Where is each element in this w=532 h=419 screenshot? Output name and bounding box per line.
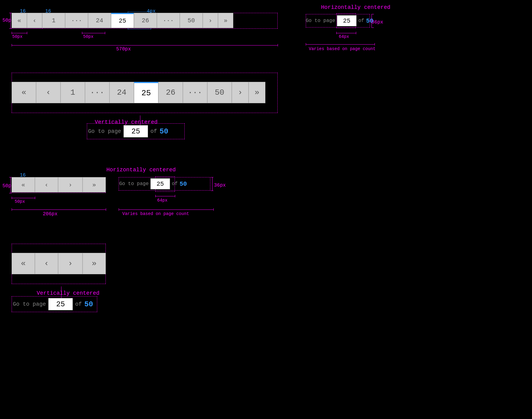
label-varies-3: Varies based on page count: [122, 211, 189, 216]
label-horizontally-centered-3: Horizontally centered: [106, 167, 176, 173]
label-varies-1: Varies based on page count: [309, 46, 375, 51]
pag-btn-next-2[interactable]: ›: [232, 82, 249, 103]
pag-btn-24-2[interactable]: 24: [109, 82, 134, 103]
pag-btn-25-2[interactable]: 25: [134, 82, 158, 103]
goto-input-3[interactable]: [150, 178, 170, 189]
label-50px-btn1: 50px: [12, 34, 23, 39]
goto-of-text-3: of: [172, 181, 178, 187]
pag-row-3: « ‹ › »: [12, 177, 106, 192]
page: Horizontally centered 50px 16 14 16 14 4…: [0, 0, 532, 419]
label-50px-btn3: 50px: [15, 199, 25, 204]
pag-btn-last-4[interactable]: »: [83, 253, 106, 274]
pag-row-1: « ‹ 1 ··· 24 25 26 ··· 50 › »: [12, 13, 233, 28]
goto-row-4: Go to page of 50: [13, 296, 93, 312]
goto-input-2[interactable]: [124, 125, 148, 137]
goto-of-num-3: 50: [179, 180, 187, 188]
label-vertically-centered-4: Vertically centered: [37, 290, 99, 296]
goto-of-text-2: of: [150, 128, 157, 134]
label-64px-1: 64px: [339, 34, 349, 39]
label-36px-3: 36px: [214, 183, 226, 188]
pag-btn-25-1[interactable]: 25: [111, 13, 134, 28]
pag-btn-ellipsis1-1: ···: [65, 13, 88, 28]
pag-btn-ellipsis2-1: ···: [157, 13, 180, 28]
label-horizontally-centered-1: Horizontally centered: [321, 4, 390, 10]
goto-label-3: Go to page: [119, 181, 149, 187]
goto-row-2: Go to page of 50: [88, 123, 168, 139]
pag-btn-first-2[interactable]: «: [12, 82, 36, 103]
pag-btn-next-1[interactable]: ›: [203, 13, 218, 28]
goto-of-text-1: of: [358, 18, 364, 24]
label-206px: 206px: [43, 211, 57, 217]
goto-input-1[interactable]: [337, 15, 357, 26]
pag-btn-next-4[interactable]: ›: [58, 253, 83, 274]
pag-btn-1-1[interactable]: 1: [42, 13, 65, 28]
goto-row-1: Go to page of 50: [306, 14, 373, 27]
label-570px: 570px: [116, 46, 131, 52]
goto-of-num-4: 50: [84, 300, 93, 308]
pag-row-4: « ‹ › »: [12, 253, 106, 274]
label-64px-3: 64px: [157, 198, 168, 203]
goto-label-2: Go to page: [88, 128, 121, 134]
pag-btn-prev-3[interactable]: ‹: [35, 177, 58, 192]
pag-btn-1-2[interactable]: 1: [61, 82, 85, 103]
pag-btn-26-2[interactable]: 26: [158, 82, 183, 103]
pag-btn-26-1[interactable]: 26: [134, 13, 157, 28]
pag-btn-prev-4[interactable]: ‹: [35, 253, 58, 274]
goto-of-num-2: 50: [160, 127, 168, 136]
goto-row-3: Go to page of 50: [119, 177, 187, 191]
pag-btn-first-3[interactable]: «: [12, 177, 35, 192]
pag-btn-last-2[interactable]: »: [249, 82, 265, 103]
pag-btn-ellipsis2-2: ···: [183, 82, 207, 103]
pag-btn-last-1[interactable]: »: [218, 13, 233, 28]
pag-btn-24-1[interactable]: 24: [88, 13, 111, 28]
pag-btn-50-1[interactable]: 50: [180, 13, 203, 28]
pag-btn-next-3[interactable]: ›: [58, 177, 83, 192]
goto-label-1: Go to page: [306, 18, 335, 24]
pag-btn-prev-2[interactable]: ‹: [36, 82, 61, 103]
goto-label-4: Go to page: [13, 301, 46, 307]
goto-input-4[interactable]: [48, 298, 73, 310]
pag-btn-last-3[interactable]: »: [83, 177, 106, 192]
pag-btn-first-4[interactable]: «: [12, 253, 35, 274]
goto-of-num-1: 50: [366, 17, 373, 24]
pag-btn-50-2[interactable]: 50: [207, 82, 232, 103]
pag-btn-ellipsis1-2: ···: [85, 82, 109, 103]
goto-of-text-4: of: [75, 301, 82, 307]
pag-row-2: « ‹ 1 ··· 24 25 26 ··· 50 › »: [12, 82, 265, 103]
pag-btn-first-1[interactable]: «: [12, 13, 27, 28]
pag-btn-prev-1[interactable]: ‹: [27, 13, 42, 28]
label-50px-btn2: 50px: [83, 34, 94, 39]
